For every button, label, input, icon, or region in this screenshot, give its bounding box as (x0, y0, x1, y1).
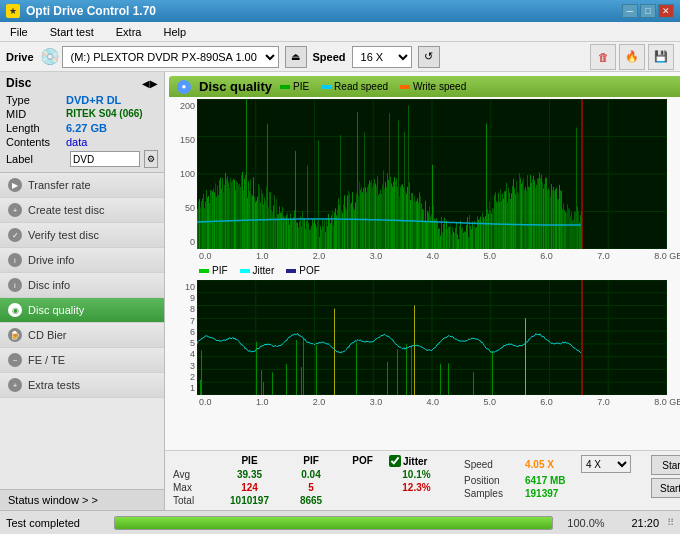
disc-arrows[interactable]: ◀▶ (142, 78, 158, 89)
pof-legend-dot (286, 269, 296, 273)
pif-legend-label: PIF (212, 265, 228, 276)
speed-select[interactable]: 16 X (352, 46, 412, 68)
status-text: Test completed (6, 517, 106, 529)
progress-time: 21:20 (619, 517, 659, 529)
jitter-legend-label: Jitter (253, 265, 275, 276)
avg-label: Avg (173, 469, 213, 480)
sidebar-item-create-test-disc[interactable]: + Create test disc (0, 198, 164, 223)
app-title: Opti Drive Control 1.70 (26, 4, 156, 18)
stats-speed-select[interactable]: 4 X8 X16 X (581, 455, 631, 473)
transfer-rate-label: Transfer rate (28, 179, 91, 191)
total-pie: 1010197 (217, 495, 282, 506)
disc-section: Disc ◀▶ Type DVD+R DL MID RITEK S04 (066… (0, 72, 164, 173)
sidebar-item-disc-info[interactable]: i Disc info (0, 273, 164, 298)
sidebar-item-cd-bier[interactable]: 🍺 CD Bier (0, 323, 164, 348)
menu-file[interactable]: File (4, 24, 34, 40)
speed-label: Speed (313, 51, 346, 63)
drive-label: Drive (6, 51, 34, 63)
progress-bar-container (114, 516, 553, 530)
disc-label-button[interactable]: ⚙ (144, 150, 158, 168)
disc-contents-label: Contents (6, 136, 66, 148)
sidebar-item-extra-tests[interactable]: + Extra tests (0, 373, 164, 398)
avg-pof (340, 469, 385, 480)
create-test-disc-label: Create test disc (28, 204, 104, 216)
close-button[interactable]: ✕ (658, 4, 674, 18)
app-icon: ★ (6, 4, 20, 18)
drive-icon: 💿 (40, 47, 60, 66)
erase-button[interactable]: 🗑 (590, 44, 616, 70)
stats-panel: PIE PIF POF Jitter Avg 39.35 0.04 10.1% (165, 450, 680, 510)
sidebar-item-transfer-rate[interactable]: ▶ Transfer rate (0, 173, 164, 198)
top-chart-canvas (197, 99, 667, 249)
extra-tests-icon: + (8, 378, 22, 392)
status-window-button[interactable]: Status window > > (0, 489, 164, 510)
sidebar-item-fe-te[interactable]: ~ FE / TE (0, 348, 164, 373)
pie-legend-dot (280, 85, 290, 89)
extra-tests-label: Extra tests (28, 379, 80, 391)
maximize-button[interactable]: □ (640, 4, 656, 18)
stats-avg-row: Avg 39.35 0.04 10.1% (173, 469, 444, 480)
chart-legend: PIE Read speed Write speed (280, 81, 466, 92)
disc-quality-icon: ◉ (8, 303, 22, 317)
avg-pie: 39.35 (217, 469, 282, 480)
top-chart-y-labels: 200150100500 (169, 99, 197, 249)
verify-test-disc-icon: ✓ (8, 228, 22, 242)
content-area: ● Disc quality PIE Read speed Write spee… (165, 72, 680, 510)
pif-legend-dot (199, 269, 209, 273)
max-jitter: 12.3% (389, 482, 444, 493)
stat-pif-header: PIF (286, 455, 336, 467)
disc-type-label: Type (6, 94, 66, 106)
progress-percentage: 100.0% (561, 517, 611, 529)
read-speed-legend-dot (321, 85, 331, 89)
stats-right: Speed 4.05 X 4 X8 X16 X Position 6417 MB… (464, 455, 631, 506)
verify-test-disc-label: Verify test disc (28, 229, 99, 241)
bottom-chart-y-labels: 10987654321 (169, 280, 197, 395)
disc-length-label: Length (6, 122, 66, 134)
jitter-legend-dot (240, 269, 250, 273)
pie-legend-label: PIE (293, 81, 309, 92)
sidebar-item-drive-info[interactable]: i Drive info (0, 248, 164, 273)
stat-pie-header: PIE (217, 455, 282, 467)
menu-help[interactable]: Help (157, 24, 192, 40)
burn-button[interactable]: 🔥 (619, 44, 645, 70)
disc-label-input[interactable] (70, 151, 140, 167)
menu-bar: File Start test Extra Help (0, 22, 680, 42)
drive-select[interactable]: (M:) PLEXTOR DVDR PX-890SA 1.00 (62, 46, 279, 68)
bottom-chart-x-labels: 0.01.02.03.04.05.06.07.08.0 GB (169, 397, 680, 407)
main-area: Disc ◀▶ Type DVD+R DL MID RITEK S04 (066… (0, 72, 680, 510)
chart-header: ● Disc quality PIE Read speed Write spee… (169, 76, 680, 97)
start-full-button[interactable]: Start full (651, 455, 680, 475)
speed-arrow-button[interactable]: ↺ (418, 46, 440, 68)
avg-jitter: 10.1% (389, 469, 444, 480)
minimize-button[interactable]: ─ (622, 4, 638, 18)
eject-button[interactable]: ⏏ (285, 46, 307, 68)
stats-position-row: Position 6417 MB (464, 475, 631, 486)
action-buttons: Start full Start part (651, 455, 680, 506)
bottom-chart-container: 20%16%12%8%4% (197, 280, 680, 395)
menu-extra[interactable]: Extra (110, 24, 148, 40)
stats-table: PIE PIF POF Jitter Avg 39.35 0.04 10.1% (173, 455, 444, 506)
drive-info-label: Drive info (28, 254, 74, 266)
jitter-checkbox[interactable] (389, 455, 401, 467)
top-chart-x-labels: 0.01.02.03.04.05.06.07.08.0 GB (169, 251, 680, 261)
save-button[interactable]: 💾 (648, 44, 674, 70)
jitter-check-container: Jitter (389, 455, 444, 467)
drive-info-icon: i (8, 253, 22, 267)
disc-info-icon: i (8, 278, 22, 292)
drive-bar: Drive 💿 (M:) PLEXTOR DVDR PX-890SA 1.00 … (0, 42, 680, 72)
stats-position-label: Position (464, 475, 519, 486)
start-part-button[interactable]: Start part (651, 478, 680, 498)
stats-position-value: 6417 MB (525, 475, 575, 486)
fe-te-icon: ~ (8, 353, 22, 367)
disc-type-value: DVD+R DL (66, 94, 121, 106)
menu-start-test[interactable]: Start test (44, 24, 100, 40)
status-window-label: Status window > > (8, 494, 98, 506)
total-pif: 8665 (286, 495, 336, 506)
disc-mid-label: MID (6, 108, 66, 120)
sidebar-item-verify-test-disc[interactable]: ✓ Verify test disc (0, 223, 164, 248)
sidebar: Disc ◀▶ Type DVD+R DL MID RITEK S04 (066… (0, 72, 165, 510)
chart-panel: ● Disc quality PIE Read speed Write spee… (165, 72, 680, 450)
max-pif: 5 (286, 482, 336, 493)
top-chart-container: 24 X20 X16 X12 X8 X4 X (197, 99, 680, 249)
sidebar-item-disc-quality[interactable]: ◉ Disc quality (0, 298, 164, 323)
